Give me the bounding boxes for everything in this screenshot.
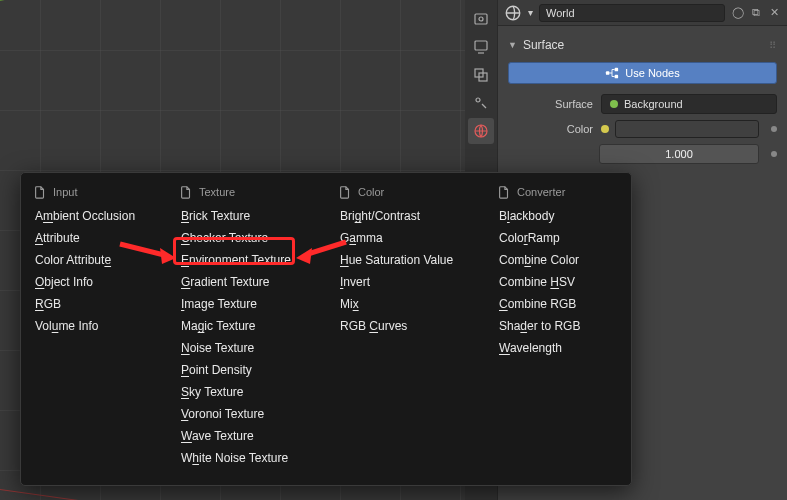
color-swatch[interactable] bbox=[615, 120, 759, 138]
menu-item[interactable]: Wave Texture bbox=[179, 425, 314, 447]
menu-item[interactable]: Bright/Contrast bbox=[338, 205, 473, 227]
menu-item[interactable]: Gradient Texture bbox=[179, 271, 314, 293]
input-socket-icon[interactable] bbox=[771, 151, 777, 157]
menu-item[interactable]: Object Info bbox=[33, 271, 155, 293]
tab-viewlayer-icon[interactable] bbox=[468, 62, 494, 88]
surface-section: ▼ Surface ⠿ Use Nodes Surface Background… bbox=[498, 26, 787, 176]
svg-rect-9 bbox=[615, 68, 619, 72]
menu-item[interactable]: Volume Info bbox=[33, 315, 155, 337]
svg-point-5 bbox=[476, 98, 480, 102]
menu-item[interactable]: Voronoi Texture bbox=[179, 403, 314, 425]
menu-item[interactable]: Point Density bbox=[179, 359, 314, 381]
tab-scene-icon[interactable] bbox=[468, 90, 494, 116]
popup-column-color: ColorBright/ContrastGammaHue Saturation … bbox=[326, 181, 485, 469]
column-header: Converter bbox=[497, 181, 619, 205]
input-socket-icon[interactable] bbox=[771, 126, 777, 132]
svg-rect-2 bbox=[475, 41, 487, 50]
menu-item[interactable]: Environment Texture bbox=[179, 249, 314, 271]
menu-item[interactable]: RGB Curves bbox=[338, 315, 473, 337]
menu-item[interactable]: Mix bbox=[338, 293, 473, 315]
menu-item[interactable]: Color Attribute bbox=[33, 249, 155, 271]
menu-item[interactable]: Brick Texture bbox=[179, 205, 314, 227]
strength-row: 1.000 bbox=[508, 144, 777, 164]
color-socket-icon[interactable] bbox=[601, 125, 609, 133]
shader-socket-icon bbox=[610, 100, 618, 108]
menu-item[interactable]: Ambient Occlusion bbox=[33, 205, 155, 227]
menu-item[interactable]: RGB bbox=[33, 293, 155, 315]
section-title: Surface bbox=[523, 38, 564, 52]
surface-shader-row: Surface Background bbox=[508, 94, 777, 114]
menu-item[interactable]: Attribute bbox=[33, 227, 155, 249]
svg-rect-8 bbox=[606, 71, 610, 75]
menu-item[interactable]: Combine Color bbox=[497, 249, 619, 271]
world-icon bbox=[504, 4, 522, 22]
tab-render-icon[interactable] bbox=[468, 6, 494, 32]
menu-item[interactable]: Combine RGB bbox=[497, 293, 619, 315]
menu-item[interactable]: Gamma bbox=[338, 227, 473, 249]
chevron-down-icon[interactable]: ▾ bbox=[528, 7, 533, 18]
world-datablock-header: ▾ ◯ ⧉ ✕ bbox=[498, 0, 787, 26]
menu-item[interactable]: Blackbody bbox=[497, 205, 619, 227]
use-nodes-label: Use Nodes bbox=[625, 67, 679, 79]
chevron-down-icon: ▼ bbox=[508, 40, 517, 50]
axis-x bbox=[0, 489, 297, 500]
menu-item[interactable]: Combine HSV bbox=[497, 271, 619, 293]
surface-section-header[interactable]: ▼ Surface ⠿ bbox=[508, 32, 777, 58]
surface-shader-dropdown[interactable]: Background bbox=[601, 94, 777, 114]
menu-item[interactable]: Invert bbox=[338, 271, 473, 293]
world-name-field[interactable] bbox=[539, 4, 725, 22]
popup-column-input: InputAmbient OcclusionAttributeColor Att… bbox=[21, 181, 167, 469]
shield-icon[interactable]: ◯ bbox=[731, 6, 745, 20]
tab-output-icon[interactable] bbox=[468, 34, 494, 60]
column-header: Input bbox=[33, 181, 155, 205]
node-tree-icon bbox=[605, 66, 619, 80]
color-label: Color bbox=[508, 123, 593, 135]
duplicate-icon[interactable]: ⧉ bbox=[749, 6, 763, 20]
column-header: Texture bbox=[179, 181, 314, 205]
tab-world-icon[interactable] bbox=[468, 118, 494, 144]
menu-item[interactable]: ColorRamp bbox=[497, 227, 619, 249]
svg-rect-10 bbox=[615, 75, 619, 79]
popup-column-texture: TextureBrick TextureChecker TextureEnvir… bbox=[167, 181, 326, 469]
svg-rect-0 bbox=[475, 14, 487, 24]
svg-point-1 bbox=[479, 17, 483, 21]
popup-column-converter: ConverterBlackbodyColorRampCombine Color… bbox=[485, 181, 631, 469]
menu-item[interactable]: Sky Texture bbox=[179, 381, 314, 403]
menu-item[interactable]: Hue Saturation Value bbox=[338, 249, 473, 271]
use-nodes-button[interactable]: Use Nodes bbox=[508, 62, 777, 84]
menu-item[interactable]: Shader to RGB bbox=[497, 315, 619, 337]
surface-shader-value: Background bbox=[624, 98, 683, 110]
drag-grip-icon[interactable]: ⠿ bbox=[769, 40, 777, 51]
surface-label: Surface bbox=[508, 98, 593, 110]
add-node-popup: InputAmbient OcclusionAttributeColor Att… bbox=[20, 172, 632, 486]
menu-item[interactable]: Noise Texture bbox=[179, 337, 314, 359]
axis-y bbox=[0, 0, 196, 1]
menu-item[interactable]: White Noise Texture bbox=[179, 447, 314, 469]
color-row: Color bbox=[508, 120, 777, 138]
strength-field[interactable]: 1.000 bbox=[599, 144, 759, 164]
column-header: Color bbox=[338, 181, 473, 205]
menu-item[interactable]: Image Texture bbox=[179, 293, 314, 315]
menu-item[interactable]: Magic Texture bbox=[179, 315, 314, 337]
close-icon[interactable]: ✕ bbox=[767, 6, 781, 20]
menu-item[interactable]: Checker Texture bbox=[179, 227, 314, 249]
menu-item[interactable]: Wavelength bbox=[497, 337, 619, 359]
